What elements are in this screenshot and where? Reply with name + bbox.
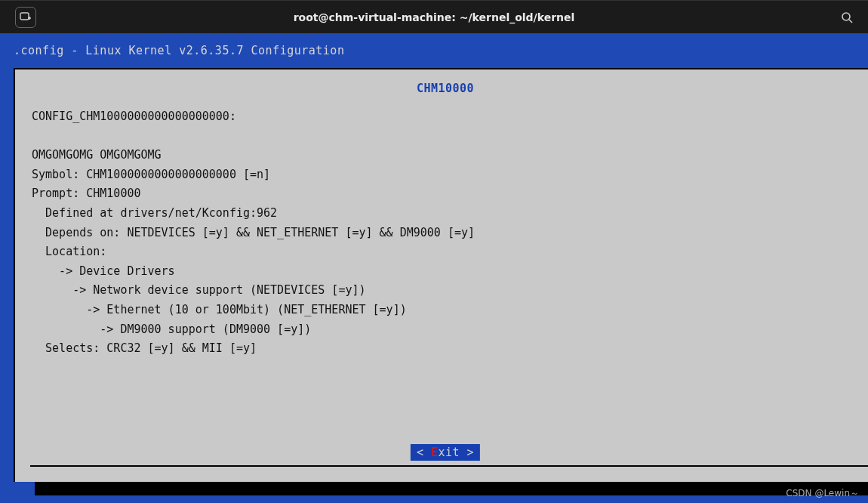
svg-line-4	[849, 20, 852, 23]
help-line: -> DM9000 support (DM9000 [=y])	[32, 322, 311, 336]
help-line: OMGOMGOMG OMGOMGOMG	[32, 148, 162, 162]
exit-prefix: <	[417, 446, 431, 459]
panel-body: CONFIG_CHM1000000000000000000: OMGOMGOMG…	[23, 95, 868, 359]
window-title: root@chm-virtual-machine: ~/kernel_old/k…	[294, 11, 575, 23]
search-button[interactable]	[836, 7, 857, 28]
exit-button[interactable]: < Exit >	[411, 444, 480, 461]
help-line: Selects: CRC32 [=y] && MII [=y]	[32, 341, 257, 355]
panel-shadow	[35, 482, 868, 495]
exit-suffix: xit >	[438, 446, 474, 459]
help-line: Defined at drivers/net/Kconfig:962	[32, 206, 277, 220]
help-line: Symbol: CHM1000000000000000000 [=n]	[32, 168, 270, 181]
help-line: CONFIG_CHM1000000000000000000:	[32, 110, 236, 123]
terminal-viewport: .config - Linux Kernel v2.6.35.7 Configu…	[0, 33, 868, 503]
panel-title: CHM10000	[23, 77, 868, 95]
watermark: CSDN @Lewin～	[786, 487, 859, 500]
menuconfig-outer-box: CHM10000 CONFIG_CHM1000000000000000000: …	[14, 68, 868, 482]
search-icon	[841, 11, 853, 23]
help-panel: CHM10000 CONFIG_CHM1000000000000000000: …	[23, 77, 868, 474]
svg-rect-0	[20, 13, 29, 20]
help-line: -> Network device support (NETDEVICES [=…	[32, 283, 366, 297]
window-titlebar: root@chm-virtual-machine: ~/kernel_old/k…	[0, 0, 868, 33]
new-tab-button[interactable]	[15, 7, 36, 28]
svg-point-3	[842, 13, 850, 20]
help-line: Depends on: NETDEVICES [=y] && NET_ETHER…	[32, 226, 475, 239]
help-line: Location:	[32, 245, 106, 258]
help-line: Prompt: CHM10000	[32, 187, 141, 200]
help-line: -> Ethernet (10 or 100Mbit) (NET_ETHERNE…	[32, 303, 407, 316]
exit-hotkey: E	[431, 446, 439, 459]
help-line: -> Device Drivers	[32, 264, 175, 278]
new-tab-icon	[20, 12, 32, 23]
config-header: .config - Linux Kernel v2.6.35.7 Configu…	[14, 44, 344, 57]
panel-bottom-rule	[30, 465, 868, 467]
